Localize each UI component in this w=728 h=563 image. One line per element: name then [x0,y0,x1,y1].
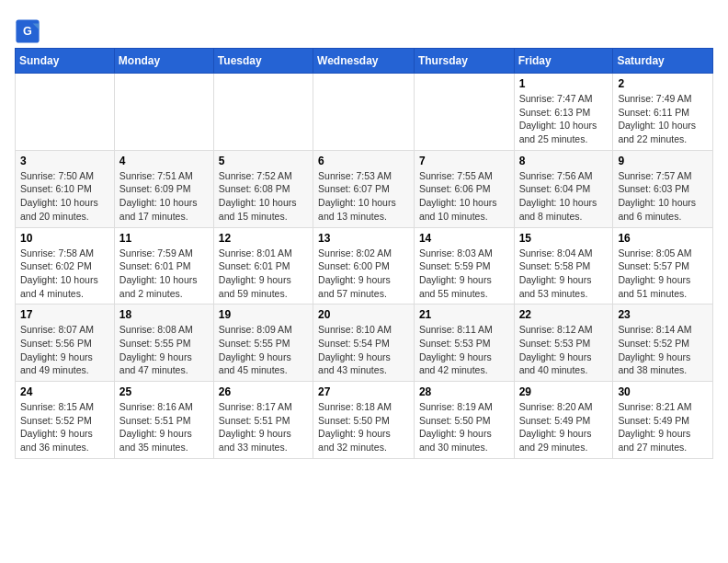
calendar-table: SundayMondayTuesdayWednesdayThursdayFrid… [15,48,713,459]
weekday-header-row: SundayMondayTuesdayWednesdayThursdayFrid… [16,49,713,74]
calendar-cell: 25Sunrise: 8:16 AMSunset: 5:51 PMDayligh… [114,382,213,459]
weekday-header-tuesday: Tuesday [213,49,313,74]
calendar-cell: 15Sunrise: 8:04 AMSunset: 5:58 PMDayligh… [514,227,613,304]
calendar-cell [213,74,313,151]
day-info: Sunrise: 8:21 AMSunset: 5:49 PMDaylight:… [618,400,708,454]
day-info: Sunrise: 8:08 AMSunset: 5:55 PMDaylight:… [119,323,209,377]
day-number: 20 [318,308,409,321]
calendar-cell: 4Sunrise: 7:51 AMSunset: 6:09 PMDaylight… [114,150,213,227]
weekday-header-thursday: Thursday [414,49,514,74]
day-info: Sunrise: 8:15 AMSunset: 5:52 PMDaylight:… [20,400,109,454]
calendar-cell: 6Sunrise: 7:53 AMSunset: 6:07 PMDaylight… [313,150,415,227]
calendar-cell: 29Sunrise: 8:20 AMSunset: 5:49 PMDayligh… [514,382,613,459]
day-info: Sunrise: 7:59 AMSunset: 6:01 PMDaylight:… [119,247,209,301]
calendar-cell: 24Sunrise: 8:15 AMSunset: 5:52 PMDayligh… [16,382,115,459]
calendar-cell: 7Sunrise: 7:55 AMSunset: 6:06 PMDaylight… [414,150,514,227]
calendar-cell: 12Sunrise: 8:01 AMSunset: 6:01 PMDayligh… [213,227,313,304]
calendar-week-1: 1Sunrise: 7:47 AMSunset: 6:13 PMDaylight… [16,74,713,151]
calendar-cell [313,74,415,151]
weekday-header-sunday: Sunday [16,49,115,74]
day-number: 18 [119,308,209,321]
day-info: Sunrise: 8:05 AMSunset: 5:57 PMDaylight:… [618,247,708,301]
calendar-cell: 1Sunrise: 7:47 AMSunset: 6:13 PMDaylight… [514,74,613,151]
calendar-cell: 27Sunrise: 8:18 AMSunset: 5:50 PMDayligh… [313,382,415,459]
calendar-cell: 22Sunrise: 8:12 AMSunset: 5:53 PMDayligh… [514,304,613,382]
day-number: 28 [419,385,509,398]
day-number: 6 [318,155,409,167]
day-number: 25 [119,385,209,398]
day-info: Sunrise: 8:18 AMSunset: 5:50 PMDaylight:… [318,400,409,454]
calendar-cell: 9Sunrise: 7:57 AMSunset: 6:03 PMDaylight… [613,150,713,227]
svg-text:G: G [23,25,32,38]
calendar-cell: 30Sunrise: 8:21 AMSunset: 5:49 PMDayligh… [613,382,713,459]
day-number: 2 [618,77,708,90]
day-number: 26 [219,385,308,398]
day-info: Sunrise: 8:12 AMSunset: 5:53 PMDaylight:… [519,323,609,377]
day-info: Sunrise: 8:02 AMSunset: 6:00 PMDaylight:… [318,247,409,301]
day-info: Sunrise: 7:55 AMSunset: 6:06 PMDaylight:… [419,169,509,224]
day-number: 3 [20,155,109,167]
day-info: Sunrise: 8:17 AMSunset: 5:51 PMDaylight:… [219,400,308,454]
day-number: 22 [519,308,609,321]
day-number: 7 [419,155,509,167]
day-number: 29 [519,385,609,398]
weekday-header-wednesday: Wednesday [313,49,415,74]
calendar-cell: 26Sunrise: 8:17 AMSunset: 5:51 PMDayligh… [213,382,313,459]
calendar-cell: 10Sunrise: 7:58 AMSunset: 6:02 PMDayligh… [16,227,115,304]
day-info: Sunrise: 8:01 AMSunset: 6:01 PMDaylight:… [219,247,308,301]
day-number: 21 [419,308,509,321]
calendar-cell: 14Sunrise: 8:03 AMSunset: 5:59 PMDayligh… [414,227,514,304]
weekday-header-friday: Friday [514,49,613,74]
calendar-cell: 19Sunrise: 8:09 AMSunset: 5:55 PMDayligh… [213,304,313,382]
day-number: 1 [519,77,609,90]
day-number: 15 [519,232,609,245]
day-number: 17 [20,308,109,321]
day-number: 8 [519,155,609,167]
calendar-cell: 11Sunrise: 7:59 AMSunset: 6:01 PMDayligh… [114,227,213,304]
weekday-header-saturday: Saturday [613,49,713,74]
day-number: 16 [618,232,708,245]
day-info: Sunrise: 7:47 AMSunset: 6:13 PMDaylight:… [519,92,609,146]
logo-icon: G [15,18,40,44]
day-info: Sunrise: 8:07 AMSunset: 5:56 PMDaylight:… [20,323,109,377]
day-info: Sunrise: 8:09 AMSunset: 5:55 PMDaylight:… [219,323,308,377]
calendar-cell: 5Sunrise: 7:52 AMSunset: 6:08 PMDaylight… [213,150,313,227]
day-info: Sunrise: 8:19 AMSunset: 5:50 PMDaylight:… [419,400,509,454]
day-number: 23 [618,308,708,321]
day-info: Sunrise: 8:16 AMSunset: 5:51 PMDaylight:… [119,400,209,454]
day-number: 11 [119,232,209,245]
day-number: 14 [419,232,509,245]
day-info: Sunrise: 7:50 AMSunset: 6:10 PMDaylight:… [20,169,109,224]
day-number: 24 [20,385,109,398]
day-number: 19 [219,308,308,321]
calendar-cell: 18Sunrise: 8:08 AMSunset: 5:55 PMDayligh… [114,304,213,382]
calendar-cell: 3Sunrise: 7:50 AMSunset: 6:10 PMDaylight… [16,150,115,227]
day-info: Sunrise: 8:04 AMSunset: 5:58 PMDaylight:… [519,247,609,301]
calendar-cell: 23Sunrise: 8:14 AMSunset: 5:52 PMDayligh… [613,304,713,382]
day-number: 9 [618,155,708,167]
page-header: G [15,15,713,44]
calendar-week-3: 10Sunrise: 7:58 AMSunset: 6:02 PMDayligh… [16,227,713,304]
calendar-cell: 28Sunrise: 8:19 AMSunset: 5:50 PMDayligh… [414,382,514,459]
calendar-week-2: 3Sunrise: 7:50 AMSunset: 6:10 PMDaylight… [16,150,713,227]
calendar-cell [414,74,514,151]
calendar-cell: 2Sunrise: 7:49 AMSunset: 6:11 PMDaylight… [613,74,713,151]
calendar-cell: 8Sunrise: 7:56 AMSunset: 6:04 PMDaylight… [514,150,613,227]
calendar-week-4: 17Sunrise: 8:07 AMSunset: 5:56 PMDayligh… [16,304,713,382]
day-info: Sunrise: 8:11 AMSunset: 5:53 PMDaylight:… [419,323,509,377]
day-number: 10 [20,232,109,245]
calendar-cell: 16Sunrise: 8:05 AMSunset: 5:57 PMDayligh… [613,227,713,304]
day-info: Sunrise: 7:51 AMSunset: 6:09 PMDaylight:… [119,169,209,224]
day-number: 30 [618,385,708,398]
day-info: Sunrise: 8:20 AMSunset: 5:49 PMDaylight:… [519,400,609,454]
weekday-header-monday: Monday [114,49,213,74]
calendar-cell [114,74,213,151]
calendar-cell [16,74,115,151]
day-number: 13 [318,232,409,245]
calendar-cell: 20Sunrise: 8:10 AMSunset: 5:54 PMDayligh… [313,304,415,382]
calendar-cell: 21Sunrise: 8:11 AMSunset: 5:53 PMDayligh… [414,304,514,382]
day-number: 12 [219,232,308,245]
day-info: Sunrise: 7:56 AMSunset: 6:04 PMDaylight:… [519,169,609,224]
day-info: Sunrise: 7:57 AMSunset: 6:03 PMDaylight:… [618,169,708,224]
day-info: Sunrise: 7:58 AMSunset: 6:02 PMDaylight:… [20,247,109,301]
